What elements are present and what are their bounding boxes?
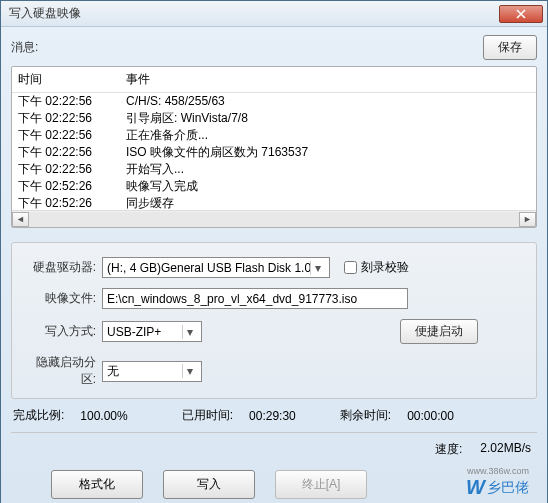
speed-label: 速度: bbox=[435, 441, 462, 458]
scroll-right-arrow[interactable]: ► bbox=[519, 212, 536, 227]
hidden-label: 隐藏启动分区: bbox=[22, 354, 102, 388]
image-label: 映像文件: bbox=[22, 290, 102, 307]
log-row-event: 引导扇区: WinVista/7/8 bbox=[126, 110, 248, 127]
log-row: 下午 02:22:56正在准备介质... bbox=[18, 127, 530, 144]
method-select[interactable]: USB-ZIP+ ▾ bbox=[102, 321, 202, 342]
message-label: 消息: bbox=[11, 39, 38, 56]
elapsed-value: 00:29:30 bbox=[249, 409, 296, 423]
chevron-down-icon: ▾ bbox=[182, 325, 197, 339]
log-header-event: 事件 bbox=[126, 71, 530, 88]
log-body: 下午 02:22:56C/H/S: 458/255/63下午 02:22:56引… bbox=[12, 93, 536, 210]
log-row-time: 下午 02:22:56 bbox=[18, 93, 126, 110]
format-button[interactable]: 格式化 bbox=[51, 470, 143, 499]
log-row-event: 映像写入完成 bbox=[126, 178, 198, 195]
hidden-select[interactable]: 无 ▾ bbox=[102, 361, 202, 382]
log-row-time: 下午 02:22:56 bbox=[18, 127, 126, 144]
log-row: 下午 02:22:56开始写入... bbox=[18, 161, 530, 178]
log-row-event: 同步缓存 bbox=[126, 195, 174, 210]
log-row: 下午 02:22:56引导扇区: WinVista/7/8 bbox=[18, 110, 530, 127]
verify-checkbox[interactable]: 刻录校验 bbox=[344, 259, 409, 276]
log-row-time: 下午 02:22:56 bbox=[18, 144, 126, 161]
brand-logo-icon: W bbox=[466, 476, 485, 499]
button-row: 格式化 写入 终止[A] www.386w.com W 乡巴佬 bbox=[11, 458, 537, 503]
drive-select[interactable]: (H:, 4 GB)General USB Flash Disk 1.00 ▾ bbox=[102, 257, 330, 278]
scroll-track[interactable] bbox=[29, 212, 519, 227]
log-row-event: ISO 映像文件的扇区数为 7163537 bbox=[126, 144, 308, 161]
log-row: 下午 02:22:56C/H/S: 458/255/63 bbox=[18, 93, 530, 110]
quickboot-button[interactable]: 便捷启动 bbox=[400, 319, 478, 344]
log-row: 下午 02:52:26映像写入完成 bbox=[18, 178, 530, 195]
close-icon bbox=[516, 9, 526, 19]
log-header-time: 时间 bbox=[18, 71, 126, 88]
done-label: 完成比例: bbox=[13, 407, 64, 424]
log-row-time: 下午 02:22:56 bbox=[18, 161, 126, 178]
speed-value: 2.02MB/s bbox=[480, 441, 531, 458]
close-button[interactable] bbox=[499, 5, 543, 23]
scroll-left-arrow[interactable]: ◄ bbox=[12, 212, 29, 227]
done-value: 100.00% bbox=[80, 409, 127, 423]
abort-button: 终止[A] bbox=[275, 470, 367, 499]
log-panel: 时间 事件 下午 02:22:56C/H/S: 458/255/63下午 02:… bbox=[11, 66, 537, 228]
log-row-time: 下午 02:22:56 bbox=[18, 110, 126, 127]
log-row: 下午 02:52:26同步缓存 bbox=[18, 195, 530, 210]
brand-text: 乡巴佬 bbox=[487, 479, 529, 497]
elapsed-label: 已用时间: bbox=[182, 407, 233, 424]
log-row-time: 下午 02:52:26 bbox=[18, 178, 126, 195]
chevron-down-icon: ▾ bbox=[182, 364, 197, 378]
drive-label: 硬盘驱动器: bbox=[22, 259, 102, 276]
save-button[interactable]: 保存 bbox=[483, 35, 537, 60]
remain-value: 00:00:00 bbox=[407, 409, 454, 423]
brand: www.386w.com W 乡巴佬 bbox=[466, 476, 529, 499]
horizontal-scrollbar[interactable]: ◄ ► bbox=[12, 210, 536, 227]
verify-checkbox-input[interactable] bbox=[344, 261, 357, 274]
window-title: 写入硬盘映像 bbox=[9, 5, 499, 22]
chevron-down-icon: ▾ bbox=[310, 261, 325, 275]
log-row-time: 下午 02:52:26 bbox=[18, 195, 126, 210]
log-row: 下午 02:22:56ISO 映像文件的扇区数为 7163537 bbox=[18, 144, 530, 161]
log-row-event: 正在准备介质... bbox=[126, 127, 208, 144]
verify-label: 刻录校验 bbox=[361, 259, 409, 276]
brand-url: www.386w.com bbox=[467, 466, 529, 476]
settings-group: 硬盘驱动器: (H:, 4 GB)General USB Flash Disk … bbox=[11, 242, 537, 399]
speed-row: 速度: 2.02MB/s bbox=[11, 433, 537, 458]
write-button[interactable]: 写入 bbox=[163, 470, 255, 499]
log-row-event: C/H/S: 458/255/63 bbox=[126, 93, 225, 110]
timing-row: 完成比例: 100.00% 已用时间: 00:29:30 剩余时间: 00:00… bbox=[11, 407, 537, 424]
image-path-input[interactable] bbox=[102, 288, 408, 309]
log-row-event: 开始写入... bbox=[126, 161, 184, 178]
titlebar: 写入硬盘映像 bbox=[1, 1, 547, 27]
method-label: 写入方式: bbox=[22, 323, 102, 340]
remain-label: 剩余时间: bbox=[340, 407, 391, 424]
